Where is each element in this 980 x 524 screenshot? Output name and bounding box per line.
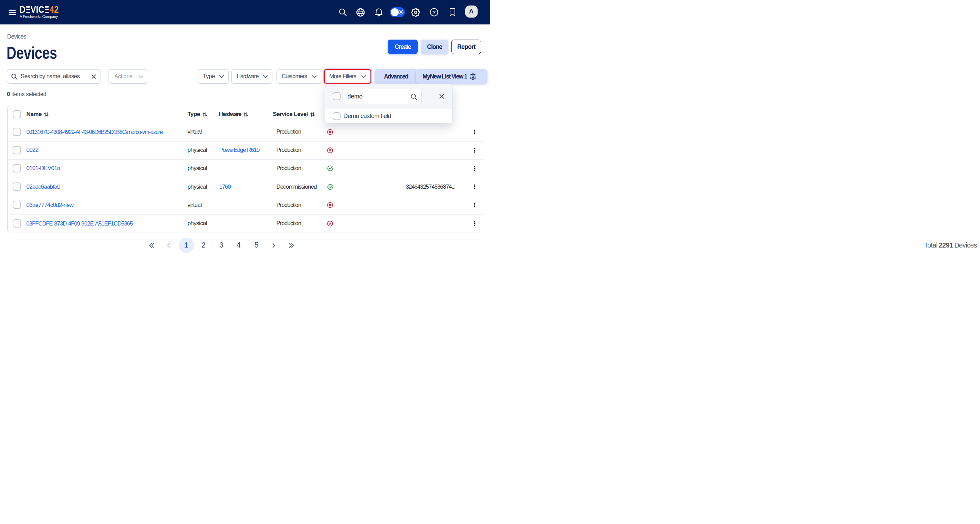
svg-text:?: ?: [433, 9, 436, 15]
